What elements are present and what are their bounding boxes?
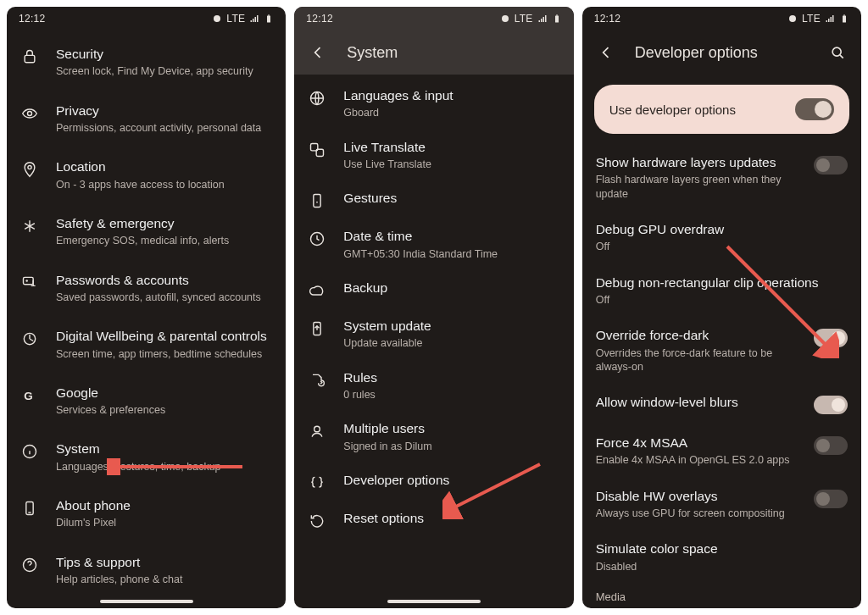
reset-icon xyxy=(306,510,328,529)
update-icon xyxy=(306,318,328,337)
section-media: Media xyxy=(582,584,861,605)
clock-icon xyxy=(306,228,328,247)
use-devopts-toggle[interactable] xyxy=(795,98,834,120)
item-title: About phone xyxy=(56,497,272,513)
appbar: Developer options xyxy=(582,30,861,75)
search-button[interactable] xyxy=(824,39,851,66)
item-title: Google xyxy=(56,385,272,401)
toggle[interactable] xyxy=(814,396,848,414)
rules-icon xyxy=(306,369,328,389)
item-title: Simulate color space xyxy=(596,540,848,557)
statusbar: 12:12 LTE xyxy=(7,7,286,30)
minus-icon xyxy=(500,14,510,24)
item-title: Gestures xyxy=(343,190,559,206)
list-item[interactable]: Tips & supportHelp articles, phone & cha… xyxy=(7,542,286,595)
list-item[interactable]: Multiple usersSigned in as Dilum xyxy=(294,411,573,463)
info-icon xyxy=(19,440,41,460)
list-item[interactable]: Disable HW overlaysAlways use GPU for sc… xyxy=(582,478,861,531)
help-icon xyxy=(19,554,41,573)
item-subtitle: Use Live Translate xyxy=(343,158,559,171)
settings-list[interactable]: SecurityScreen lock, Find My Device, app… xyxy=(7,30,286,595)
list-item[interactable]: Show hardware layers updatesFlash hardwa… xyxy=(582,144,861,211)
item-subtitle: Screen time, app timers, bedtime schedul… xyxy=(56,347,272,361)
devopts-list[interactable]: Show hardware layers updatesFlash hardwa… xyxy=(582,141,861,608)
list-item[interactable]: Backup xyxy=(294,270,573,308)
list-item[interactable]: Debug GPU overdrawOff xyxy=(582,211,861,264)
list-item[interactable]: LocationOn - 3 apps have access to locat… xyxy=(7,147,286,203)
list-item[interactable]: Passwords & accountsSaved passwords, aut… xyxy=(7,260,286,317)
list-item[interactable]: Languages & inputGboard xyxy=(294,78,573,130)
back-button[interactable] xyxy=(593,39,620,66)
list-item[interactable]: GoogleServices & preferences xyxy=(7,373,286,429)
toggle[interactable] xyxy=(814,436,848,455)
item-title: Live Translate xyxy=(343,139,559,155)
clock: 12:12 xyxy=(306,13,333,25)
appbar: System xyxy=(294,30,573,75)
signal-icon xyxy=(537,14,548,24)
list-item[interactable]: Digital Wellbeing & parental controlsScr… xyxy=(7,316,286,373)
list-item[interactable]: PrivacyPermissions, account activity, pe… xyxy=(7,91,286,147)
item-subtitle: Off xyxy=(596,293,848,307)
item-title: Digital Wellbeing & parental controls xyxy=(56,328,272,344)
user-icon xyxy=(306,420,328,440)
braces-icon xyxy=(306,472,328,491)
item-subtitle: Languages, gestures, time, backup xyxy=(56,460,272,474)
toggle[interactable] xyxy=(814,329,848,347)
list-item[interactable]: Override force-darkOverrides the force-d… xyxy=(582,317,861,384)
list-item[interactable]: Simulate color spaceDisabled xyxy=(582,530,861,584)
statusbar: 12:12 LTE xyxy=(294,7,573,30)
banner-label: Use developer options xyxy=(609,102,736,117)
item-title: Show hardware layers updates xyxy=(596,154,798,170)
list-item[interactable]: System updateUpdate available xyxy=(294,308,573,360)
screen-system: 12:12 LTE System Languages & inputGboard… xyxy=(294,7,573,608)
system-list[interactable]: Languages & inputGboardLive TranslateUse… xyxy=(294,75,573,595)
minus-icon xyxy=(787,14,798,24)
list-item[interactable]: Force 4x MSAAEnable 4x MSAA in OpenGL ES… xyxy=(582,424,861,478)
battery-icon xyxy=(264,14,274,24)
item-title: Date & time xyxy=(343,228,559,244)
item-title: Privacy xyxy=(56,102,272,119)
clock: 12:12 xyxy=(594,13,621,25)
list-item[interactable]: Allow window-level blurs xyxy=(582,384,861,424)
item-title: Debug non-rectangular clip operations xyxy=(596,274,848,291)
item-title: Override force-dark xyxy=(596,327,798,343)
toggle[interactable] xyxy=(814,156,848,175)
use-devopts-banner[interactable]: Use developer options xyxy=(594,85,849,134)
item-title: Safety & emergency xyxy=(56,215,272,231)
item-subtitle: Always use GPU for screen compositing xyxy=(596,507,798,520)
screen-settings: 12:12 LTE SecurityScreen lock, Find My D… xyxy=(7,7,286,608)
key-icon xyxy=(19,272,41,291)
back-button[interactable] xyxy=(304,39,331,66)
signal-icon xyxy=(825,14,835,24)
list-item[interactable]: Reset options xyxy=(294,501,573,539)
item-subtitle: Emergency SOS, medical info, alerts xyxy=(56,234,272,247)
toggle[interactable] xyxy=(814,490,848,508)
list-item[interactable]: SystemLanguages, gestures, time, backup xyxy=(7,429,286,485)
item-title: Languages & input xyxy=(343,87,559,103)
item-title: Debug GPU overdraw xyxy=(596,221,848,237)
list-item[interactable]: Debug non-rectangular clip operationsOff xyxy=(582,264,861,318)
item-title: Developer options xyxy=(343,472,559,488)
list-item[interactable]: Gestures xyxy=(294,180,573,219)
item-subtitle: Disabled xyxy=(596,560,848,573)
list-item[interactable]: Date & timeGMT+05:30 India Standard Time xyxy=(294,219,573,270)
item-subtitle: Screen lock, Find My Device, app securit… xyxy=(56,64,272,78)
list-item[interactable]: Live TranslateUse Live Translate xyxy=(294,130,573,181)
item-title: Reset options xyxy=(343,510,559,526)
item-subtitle: Services & preferences xyxy=(56,403,272,417)
item-subtitle: Permissions, account activity, personal … xyxy=(56,121,272,135)
minus-icon xyxy=(212,14,222,24)
gesture-nav[interactable] xyxy=(7,595,286,608)
item-subtitle: Dilum's Pixel xyxy=(56,516,272,529)
gesture-nav[interactable] xyxy=(294,595,573,608)
list-item[interactable]: SecurityScreen lock, Find My Device, app… xyxy=(7,34,286,91)
asterisk-icon xyxy=(19,215,41,235)
gesture-icon xyxy=(306,190,328,209)
item-title: Backup xyxy=(343,280,559,296)
list-item[interactable]: About phoneDilum's Pixel xyxy=(7,485,286,542)
cloud-icon xyxy=(306,280,328,299)
list-item[interactable]: Developer options xyxy=(294,463,573,501)
list-item[interactable]: Rules0 rules xyxy=(294,360,573,412)
list-item[interactable]: Safety & emergencyEmergency SOS, medical… xyxy=(7,203,286,260)
item-subtitle: Signed in as Dilum xyxy=(343,440,559,453)
